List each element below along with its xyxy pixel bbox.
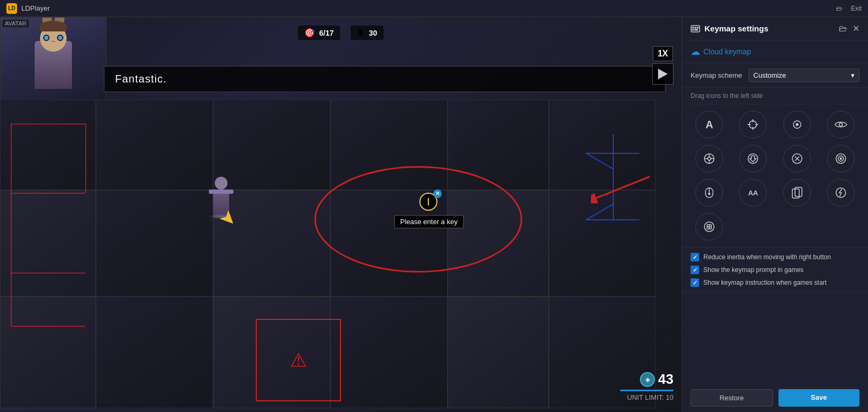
- crosshair-button[interactable]: [739, 111, 767, 138]
- copy-button[interactable]: [783, 179, 811, 207]
- show-instruction-row: ✓ Show keymap instruction when games sta…: [691, 278, 859, 287]
- panel-header: Keymap settings 🗁 ✕: [682, 17, 868, 40]
- unit-limit-label: UNIT LIMIT: 10: [620, 393, 674, 401]
- castle-icon: ♜: [357, 28, 364, 38]
- cloud-keymap-button[interactable]: ☁ Cloud keymap: [682, 40, 868, 63]
- red-line: [85, 123, 86, 193]
- svg-point-14: [796, 123, 798, 126]
- svg-rect-6: [692, 29, 694, 30]
- blue-line: [586, 219, 639, 220]
- lightning-button[interactable]: [827, 179, 855, 207]
- svg-rect-3: [692, 27, 694, 28]
- enemy-count: 6/17: [319, 29, 334, 37]
- tile: [330, 296, 448, 408]
- key-prompt-popup: ✕ Please enter a key: [394, 193, 464, 228]
- key-prompt-icon: ✕: [419, 193, 439, 212]
- enemy-icon: 🎯: [304, 28, 315, 38]
- hud-top: 🎯 6/17 ♜ 30: [0, 21, 682, 40]
- speed-controls: 1X: [652, 46, 674, 85]
- eye-button[interactable]: [827, 111, 855, 138]
- check-icon: ✓: [693, 267, 697, 274]
- tile: [448, 296, 549, 408]
- enemy-counter: 🎯 6/17: [298, 26, 340, 40]
- scheme-value: Customize: [753, 71, 786, 79]
- tile: [96, 296, 213, 408]
- cursor-button[interactable]: [783, 111, 811, 138]
- svg-rect-2: [691, 26, 700, 32]
- aim-button[interactable]: [827, 145, 855, 172]
- red-line: [11, 273, 12, 326]
- svg-point-15: [839, 123, 842, 126]
- titlebar: LD LDPlayer 🗁 Exit: [0, 0, 868, 17]
- svg-rect-7: [695, 29, 698, 30]
- checkboxes-section: ✓ Reduce inertia when moving with right …: [682, 248, 868, 293]
- file-button[interactable]: 🗁: [836, 5, 842, 12]
- red-line: [11, 123, 12, 273]
- show-instruction-checkbox[interactable]: ✓: [691, 278, 699, 287]
- check-icon: ✓: [693, 254, 697, 261]
- game-area: AVATAR Fantastic. 🎯 6/17 ♜ 30 1: [0, 17, 682, 412]
- save-button[interactable]: Save: [778, 389, 860, 407]
- reduce-inertia-row: ✓ Reduce inertia when moving with right …: [691, 253, 859, 261]
- main-area: AVATAR Fantastic. 🎯 6/17 ♜ 30 1: [0, 17, 868, 412]
- red-line: [11, 326, 85, 327]
- save-file-icon[interactable]: 🗁: [839, 24, 847, 34]
- key-a-button[interactable]: A: [695, 111, 723, 138]
- icon-grid: A: [682, 104, 868, 248]
- red-line: [11, 193, 85, 194]
- titlebar-left: LD LDPlayer: [6, 3, 50, 14]
- check-icon: ✓: [693, 279, 697, 286]
- panel-bottom: Restore Save: [682, 384, 868, 412]
- blue-line: [586, 153, 639, 154]
- keymap-settings-icon: [691, 24, 700, 34]
- red-line: [11, 273, 85, 274]
- key-prompt-label: Please enter a key: [394, 215, 464, 228]
- key-indicator-line: [428, 198, 429, 205]
- app-logo: LD: [6, 3, 17, 14]
- show-keymap-prompt-row: ✓ Show the keymap prompt in games: [691, 266, 859, 274]
- show-instruction-label: Show keymap instruction when games start: [703, 279, 826, 286]
- castle-counter: ♜ 30: [351, 26, 384, 40]
- tile: [0, 296, 96, 408]
- svg-point-17: [708, 157, 711, 160]
- aa-button[interactable]: AA: [739, 179, 767, 207]
- tile: [0, 190, 96, 296]
- svg-rect-5: [697, 27, 699, 28]
- currency-display: ◈ 43: [620, 371, 674, 388]
- dialog-text: Fantastic.: [115, 73, 167, 85]
- tile: [96, 190, 213, 296]
- show-keymap-prompt-checkbox[interactable]: ✓: [691, 266, 699, 274]
- mouse-button[interactable]: [695, 179, 723, 207]
- warning-icon: ⚠: [290, 349, 307, 372]
- castle-count: 30: [369, 29, 377, 37]
- app-title: LDPlayer: [21, 4, 50, 12]
- currency-value: 43: [658, 371, 674, 388]
- character-head: [215, 177, 228, 189]
- panel-actions: 🗁 ✕: [839, 23, 859, 34]
- svg-point-28: [840, 158, 841, 160]
- blue-line: [613, 134, 614, 219]
- currency-bar: [620, 390, 674, 391]
- close-panel-icon[interactable]: ✕: [853, 23, 859, 34]
- restore-button[interactable]: Restore: [691, 389, 773, 407]
- key-close-button[interactable]: ✕: [433, 189, 442, 198]
- scheme-label: Keymap scheme: [691, 71, 742, 79]
- scheme-select[interactable]: Customize ▾: [749, 69, 859, 82]
- exit-button[interactable]: Exit: [851, 5, 862, 12]
- tile: [330, 100, 448, 190]
- tile: [96, 100, 213, 190]
- currency-icon: ◈: [640, 372, 655, 387]
- joystick-button[interactable]: [695, 145, 723, 172]
- svg-point-31: [709, 193, 710, 195]
- tile: [0, 100, 96, 190]
- close-icon: ✕: [435, 191, 440, 196]
- fire-button[interactable]: [783, 145, 811, 172]
- reduce-inertia-label: Reduce inertia when moving with right bu…: [703, 253, 831, 261]
- extra-button[interactable]: [695, 213, 723, 241]
- svg-rect-4: [695, 27, 696, 28]
- right-panel: Keymap settings 🗁 ✕ ☁ Cloud keymap Keyma…: [682, 17, 868, 412]
- reduce-inertia-checkbox[interactable]: ✓: [691, 253, 699, 261]
- play-button[interactable]: [652, 63, 674, 85]
- drag-button[interactable]: [739, 145, 767, 172]
- scheme-row: Keymap scheme Customize ▾: [682, 63, 868, 88]
